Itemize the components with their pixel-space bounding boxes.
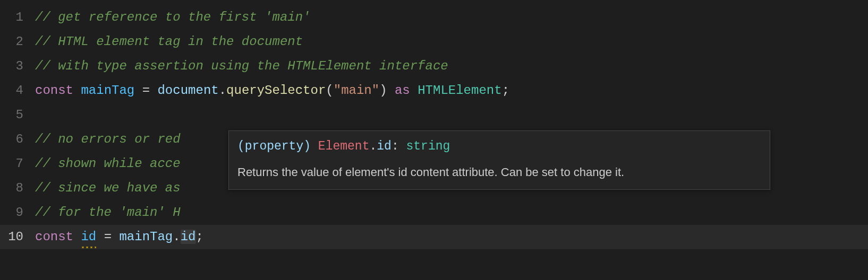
code-token: id: [81, 225, 96, 249]
code-line[interactable]: 9// for the 'main' H: [0, 200, 868, 225]
line-number: 10: [0, 225, 35, 249]
code-token: [410, 83, 418, 98]
code-token: document: [157, 83, 218, 98]
code-token: ;: [502, 83, 509, 98]
code-token: querySelector: [226, 83, 326, 98]
line-number: 2: [0, 30, 35, 54]
code-token: // since we have as: [35, 181, 181, 195]
code-content[interactable]: // with type assertion using the HTMLEle…: [35, 54, 868, 78]
code-token: mainTag: [81, 83, 134, 98]
line-number: 5: [0, 103, 35, 127]
code-token: // shown while acce: [35, 156, 181, 171]
code-token: HTMLElement: [418, 83, 501, 98]
code-token: // get reference to the first 'main': [35, 10, 310, 24]
line-number: 4: [0, 78, 35, 103]
code-content[interactable]: // get reference to the first 'main': [35, 5, 868, 30]
code-token: [96, 230, 104, 244]
code-line[interactable]: 4const mainTag = document.querySelector(…: [0, 78, 868, 103]
code-token: .: [173, 230, 180, 244]
code-token: const: [35, 83, 73, 98]
code-token: [134, 83, 142, 98]
code-token: as: [395, 83, 410, 98]
code-token: ): [379, 83, 395, 98]
code-token: // no errors or red: [35, 132, 181, 146]
code-token: ;: [196, 230, 203, 244]
code-token: =: [142, 83, 150, 98]
line-number: 7: [0, 152, 35, 176]
code-content[interactable]: const mainTag = document.querySelector("…: [35, 78, 868, 103]
line-number: 1: [0, 5, 35, 30]
code-token: (: [326, 83, 333, 98]
code-content[interactable]: // for the 'main' H: [35, 200, 868, 225]
code-line[interactable]: 5: [0, 103, 868, 127]
code-token: [150, 83, 157, 98]
code-line[interactable]: 3// with type assertion using the HTMLEl…: [0, 54, 868, 78]
code-token: id: [181, 230, 196, 244]
code-token: "main": [334, 83, 379, 98]
code-token: const: [35, 230, 73, 244]
code-token: [112, 230, 119, 244]
code-line[interactable]: 10const id = mainTag.id;: [0, 225, 868, 249]
hover-doc: Returns the value of element's id conten…: [237, 163, 761, 181]
code-line[interactable]: 1// get reference to the first 'main': [0, 5, 868, 30]
line-number: 6: [0, 127, 35, 152]
code-token: // for the 'main' H: [35, 205, 181, 220]
code-content[interactable]: // HTML element tag in the document: [35, 30, 868, 54]
line-number: 9: [0, 200, 35, 225]
line-number: 8: [0, 176, 35, 200]
code-token: [73, 83, 81, 98]
code-content[interactable]: const id = mainTag.id;: [35, 225, 868, 249]
code-token: .: [219, 83, 226, 98]
code-line[interactable]: 2// HTML element tag in the document: [0, 30, 868, 54]
code-token: // with type assertion using the HTMLEle…: [35, 59, 448, 73]
intellisense-hover: (property) Element.id: string Returns th…: [228, 130, 770, 190]
hover-signature: (property) Element.id: string: [237, 137, 761, 156]
line-number: 3: [0, 54, 35, 78]
code-token: =: [104, 230, 112, 244]
code-token: [73, 230, 81, 244]
code-token: // HTML element tag in the document: [35, 34, 303, 49]
code-token: mainTag: [119, 230, 173, 244]
code-editor[interactable]: 1// get reference to the first 'main'2//…: [0, 0, 868, 249]
